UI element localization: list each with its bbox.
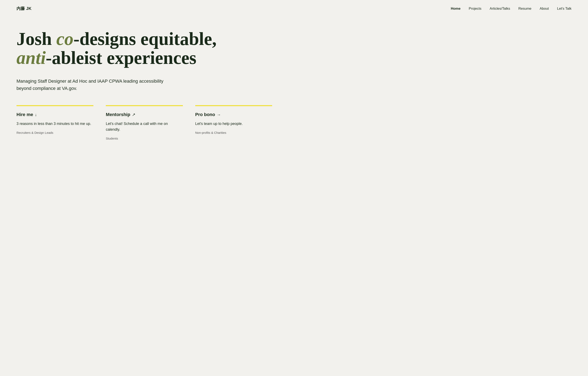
hero-title-prefix: Josh xyxy=(17,29,56,49)
card-accent-bar xyxy=(195,105,272,106)
nav-links: HomeProjectsArticles/TalksResumeAboutLet… xyxy=(451,7,571,11)
card-accent-bar xyxy=(106,105,183,106)
nav-link-let-s-talk[interactable]: Let's Talk xyxy=(557,7,571,10)
card-hire-me[interactable]: Hire me ↓3 reasons in less than 3 minute… xyxy=(17,105,93,140)
hero-title-suffix: -ableist experiences xyxy=(46,48,197,68)
card-title: Pro bono → xyxy=(195,112,272,117)
card-title-text: Mentorship xyxy=(106,112,130,117)
logo-kanji: 内藤 xyxy=(17,6,25,11)
card-tag: Non-profits & Charities xyxy=(195,131,272,134)
nav-link-projects[interactable]: Projects xyxy=(469,7,481,10)
card-title: Hire me ↓ xyxy=(17,112,93,117)
card-arrow: ↓ xyxy=(35,112,37,117)
card-accent-bar xyxy=(17,105,93,106)
card-arrow: → xyxy=(217,112,221,117)
site-logo[interactable]: 内藤 JK xyxy=(17,6,32,11)
hero-section: Josh co-designs equitable, anti-ableist … xyxy=(0,17,289,92)
card-mentorship[interactable]: Mentorship ↗Let's chat! Schedule a call … xyxy=(106,105,183,140)
card-pro-bono[interactable]: Pro bono →Let's team up to help people.N… xyxy=(195,105,272,140)
card-description: Let's chat! Schedule a call with me on c… xyxy=(106,121,183,133)
card-description: Let's team up to help people. xyxy=(195,121,272,127)
card-description: 3 reasons in less than 3 minutes to hit … xyxy=(17,121,93,127)
nav-link-articles-talks[interactable]: Articles/Talks xyxy=(490,7,510,10)
hero-title-anti: anti xyxy=(17,48,46,68)
card-tag: Students xyxy=(106,137,183,140)
cards-section: Hire me ↓3 reasons in less than 3 minute… xyxy=(0,105,289,140)
card-title-text: Pro bono xyxy=(195,112,215,117)
nav-link-resume[interactable]: Resume xyxy=(518,7,531,10)
card-arrow: ↗ xyxy=(132,112,136,117)
navbar: 内藤 JK HomeProjectsArticles/TalksResumeAb… xyxy=(0,0,588,17)
card-title: Mentorship ↗ xyxy=(106,112,183,117)
hero-title-middle: -designs equitable, xyxy=(74,29,217,49)
nav-link-home[interactable]: Home xyxy=(451,7,460,10)
logo-initials: JK xyxy=(26,6,32,11)
card-title-text: Hire me xyxy=(17,112,33,117)
hero-title: Josh co-designs equitable, anti-ableist … xyxy=(17,30,243,68)
card-tag: Recruiters & Design Leads xyxy=(17,131,93,134)
nav-link-about[interactable]: About xyxy=(540,7,549,10)
hero-subtitle: Managing Staff Designer at Ad Hoc and IA… xyxy=(17,77,173,92)
hero-title-co: co xyxy=(56,29,74,49)
